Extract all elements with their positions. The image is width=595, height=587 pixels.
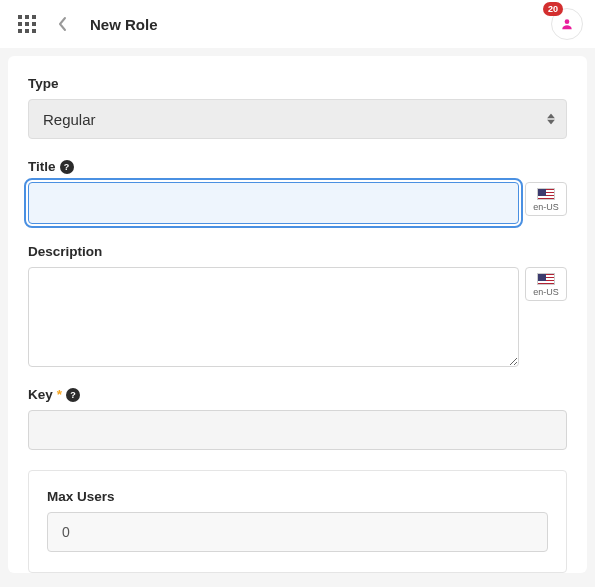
description-label: Description — [28, 244, 567, 259]
user-menu[interactable]: 20 — [551, 8, 583, 40]
field-title: Title ? en-US — [28, 159, 567, 224]
type-select-wrap: Regular — [28, 99, 567, 139]
title-help-icon[interactable]: ? — [60, 160, 74, 174]
title-locale-selector[interactable]: en-US — [525, 182, 567, 216]
top-bar-right: 20 — [551, 8, 583, 40]
title-label-row: Title ? — [28, 159, 567, 174]
title-input-row: en-US — [28, 182, 567, 224]
field-description: Description en-US — [28, 244, 567, 367]
field-key: Key * ? — [28, 387, 567, 450]
key-help-icon[interactable]: ? — [66, 388, 80, 402]
max-users-card: Max Users — [28, 470, 567, 573]
max-users-input[interactable] — [47, 512, 548, 552]
field-type: Type Regular — [28, 76, 567, 139]
key-label: Key — [28, 387, 53, 402]
type-select[interactable]: Regular — [28, 99, 567, 139]
description-input-row: en-US — [28, 267, 567, 367]
title-locale-label: en-US — [533, 202, 559, 212]
title-label: Title — [28, 159, 56, 174]
user-icon — [560, 17, 574, 31]
apps-grid-icon[interactable] — [18, 15, 36, 33]
us-flag-icon — [537, 273, 555, 285]
type-label: Type — [28, 76, 567, 91]
us-flag-icon — [537, 188, 555, 200]
key-label-row: Key * ? — [28, 387, 567, 402]
title-input[interactable] — [28, 182, 519, 224]
top-bar: New Role 20 — [0, 0, 595, 48]
back-button[interactable] — [54, 12, 72, 36]
description-textarea[interactable] — [28, 267, 519, 367]
type-select-value: Regular — [43, 111, 96, 128]
description-locale-selector[interactable]: en-US — [525, 267, 567, 301]
field-max-users: Max Users — [47, 489, 548, 552]
notification-badge: 20 — [543, 2, 563, 16]
page-title: New Role — [90, 16, 158, 33]
chevron-left-icon — [58, 16, 68, 32]
max-users-label: Max Users — [47, 489, 548, 504]
form-card: Type Regular Title ? en-US — [8, 56, 587, 573]
top-bar-left: New Role — [18, 12, 158, 36]
required-indicator: * — [57, 387, 62, 402]
svg-point-0 — [565, 19, 570, 24]
content-area: Type Regular Title ? en-US — [0, 48, 595, 573]
key-input[interactable] — [28, 410, 567, 450]
description-locale-label: en-US — [533, 287, 559, 297]
